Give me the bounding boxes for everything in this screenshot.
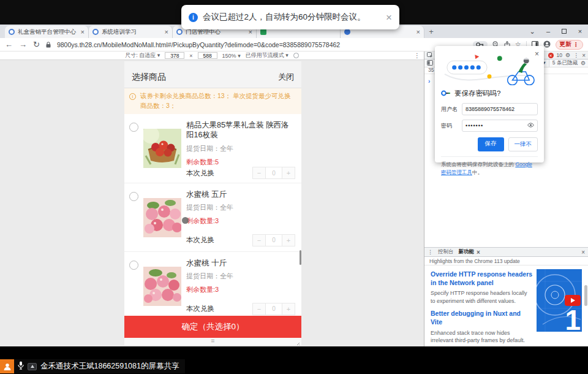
window-close-button[interactable]: × bbox=[572, 28, 588, 35]
console-sidebar-icon[interactable] bbox=[427, 60, 433, 67]
throttling-dropdown[interactable]: 已停用节流模式 ▾ bbox=[246, 52, 288, 59]
close-modal-button[interactable]: 关闭 bbox=[278, 72, 294, 83]
screen-share-banner: 金禾通技术王斌18662591081的屏幕共享 bbox=[0, 359, 185, 373]
quantity-stepper: − 0 + bbox=[252, 234, 295, 246]
forward-icon[interactable]: → bbox=[19, 40, 27, 49]
pickup-date: 提货日期：全年 bbox=[186, 203, 295, 212]
hidden-messages-label[interactable]: 5 条已隐藏 bbox=[552, 59, 578, 67]
username-field[interactable]: 8385889075578462 bbox=[462, 103, 538, 115]
product-radio[interactable] bbox=[129, 192, 138, 201]
quantity-stepper: − 0 + bbox=[252, 167, 295, 179]
inspect-element-icon[interactable] bbox=[427, 50, 433, 61]
rotate-viewport-icon[interactable] bbox=[293, 53, 299, 58]
chrome-113-video-thumbnail[interactable]: 1 bbox=[537, 269, 582, 332]
devtools-kebab-icon[interactable]: ⋮ bbox=[573, 52, 579, 58]
tab-favicon bbox=[9, 29, 15, 35]
new-tab-button[interactable]: + bbox=[424, 27, 438, 36]
remaining-qty: 剩余数量:3 bbox=[186, 285, 295, 294]
qty-minus-button[interactable]: − bbox=[252, 303, 266, 315]
tab-whats-new[interactable]: 新功能 × bbox=[459, 248, 480, 256]
profile-avatar-icon[interactable] bbox=[543, 39, 551, 50]
browser-menu-kebab-icon: ⋮ bbox=[573, 41, 579, 48]
devtools-settings-gear-icon[interactable]: ⚙ bbox=[565, 52, 570, 58]
qty-value[interactable]: 0 bbox=[266, 303, 282, 315]
password-field[interactable]: ••••••• bbox=[462, 120, 538, 132]
product-name: 精品大果85苹果礼盒装 陕西洛阳16枚装 bbox=[186, 120, 295, 141]
qty-plus-button[interactable]: + bbox=[282, 167, 295, 179]
pickup-date: 提货日期：全年 bbox=[186, 144, 295, 153]
qty-minus-button[interactable]: − bbox=[252, 167, 266, 179]
qty-minus-button[interactable]: − bbox=[252, 234, 266, 246]
info-icon: i bbox=[189, 13, 198, 22]
tab-favicon bbox=[176, 29, 183, 35]
whats-new-item-title[interactable]: Override HTTP response headers in the Ne… bbox=[431, 270, 533, 287]
presenter-avatar-icon bbox=[0, 359, 14, 373]
tab-close-icon[interactable]: × bbox=[81, 28, 85, 36]
viewport-height-input[interactable] bbox=[198, 52, 217, 59]
whats-new-item-title[interactable]: Better debugging in Nuxt and Vite bbox=[431, 310, 533, 326]
drawer-kebab-icon[interactable]: ⋮ bbox=[428, 249, 433, 255]
whats-new-header: Highlights from the Chrome 113 update bbox=[424, 257, 588, 265]
tab-favicon bbox=[344, 29, 350, 35]
show-password-eye-icon[interactable] bbox=[527, 123, 534, 129]
whats-new-content: Override HTTP response headers in the Ne… bbox=[424, 265, 588, 346]
tab-training[interactable]: 系统培训学习 × bbox=[89, 26, 173, 38]
tab-search-icon[interactable]: ⌄ bbox=[524, 28, 540, 36]
device-toolbar-kebab-icon[interactable]: ⋮ bbox=[414, 52, 420, 59]
tab-close-icon[interactable]: × bbox=[417, 28, 420, 36]
tab-close-icon[interactable]: × bbox=[477, 249, 480, 256]
whats-new-drawer: ⋮ 控制台 新功能 × × Highlights from the Chrome… bbox=[424, 247, 588, 346]
reload-icon[interactable]: ↻ bbox=[33, 40, 40, 49]
tab-label: 礼盒营销平台管理中心 bbox=[18, 28, 78, 36]
error-count-icon[interactable]: ✕ bbox=[548, 53, 554, 58]
device-size-dropdown[interactable]: 尺寸: 自适应 ▾ bbox=[125, 52, 160, 59]
presenter-cursor-indicator bbox=[182, 217, 189, 224]
toast-close-icon[interactable]: × bbox=[386, 12, 392, 23]
info-icon: i bbox=[129, 93, 136, 100]
tab-console[interactable]: 控制台 bbox=[438, 248, 454, 256]
console-settings-gear-icon[interactable]: ⚙ bbox=[581, 60, 586, 66]
toast-message: 会议已超过2人，自动转为60分钟限时会议。 bbox=[203, 12, 366, 23]
drag-handle-icon[interactable]: = bbox=[211, 338, 215, 345]
exchange-label: 本次兑换 bbox=[186, 235, 214, 245]
shared-screen: 礼盒营销平台管理中心 × 系统培训学习 × 门店管理中心 × bbox=[0, 0, 588, 374]
save-button[interactable]: 保存 bbox=[478, 137, 504, 151]
google-key-icon bbox=[441, 88, 451, 99]
devtools-close-icon[interactable]: × bbox=[582, 52, 586, 59]
lock-icon[interactable] bbox=[46, 42, 51, 48]
maximize-button[interactable] bbox=[556, 28, 572, 35]
microphone-icon[interactable] bbox=[18, 361, 24, 372]
error-count[interactable]: 10 bbox=[557, 52, 562, 58]
resize-corner-icon[interactable] bbox=[295, 338, 300, 345]
screen-share-label: 金禾通技术王斌18662591081的屏幕共享 bbox=[40, 361, 179, 372]
minimize-button[interactable]: – bbox=[540, 28, 556, 35]
qty-value[interactable]: 0 bbox=[266, 234, 282, 246]
product-radio[interactable] bbox=[129, 261, 138, 270]
list-scrollbar-thumb[interactable] bbox=[300, 250, 301, 265]
url-field[interactable]: 9800ys.th28.cn/MobileModNoMall.html#/Pic… bbox=[57, 41, 467, 48]
viewport-width-input[interactable] bbox=[165, 52, 184, 59]
qty-plus-button[interactable]: + bbox=[282, 303, 295, 315]
tab-close-icon[interactable]: × bbox=[165, 28, 168, 36]
qty-plus-button[interactable]: + bbox=[282, 234, 295, 246]
product-name: 水蜜桃 十斤 bbox=[186, 258, 295, 269]
qty-value[interactable]: 0 bbox=[266, 167, 282, 179]
update-chrome-button[interactable]: 更新 ⋮ bbox=[556, 40, 584, 50]
tab-gift-platform[interactable]: 礼盒营销平台管理中心 × bbox=[5, 26, 89, 38]
back-icon[interactable]: ← bbox=[5, 40, 13, 49]
device-zoom-dropdown[interactable]: 150% ▾ bbox=[222, 53, 241, 59]
viewport-footer: = bbox=[124, 338, 301, 345]
tab-favicon bbox=[260, 29, 266, 35]
product-row-apple-giftbox: 精品大果85苹果礼盒装 陕西洛阳16枚装 提货日期：全年 剩余数量:5 本次兑换… bbox=[124, 114, 301, 183]
bottom-black-band: 金禾通技术王斌18662591081的屏幕共享 bbox=[0, 346, 588, 374]
drawer-scrollbar-thumb[interactable] bbox=[584, 285, 587, 306]
product-radio[interactable] bbox=[129, 123, 138, 132]
mobile-app-select-product: 选择商品 关闭 i 该券卡剩余兑换商品总数：13； 单次提货最少可兑换商品数：3… bbox=[124, 61, 301, 345]
product-row-peach-10: 水蜜桃 十斤 提货日期：全年 剩余数量:3 本次兑换 − 0 + bbox=[124, 251, 301, 316]
exchange-label: 本次兑换 bbox=[186, 304, 214, 313]
product-row-peach-5: 水蜜桃 五斤 提货日期：全年 剩余数量:3 本次兑换 − 0 + bbox=[124, 183, 301, 251]
dialog-close-icon[interactable]: × bbox=[535, 50, 539, 58]
never-button[interactable]: 一律不 bbox=[508, 137, 538, 151]
drawer-close-icon[interactable]: × bbox=[581, 249, 585, 256]
confirm-button[interactable]: 确定（共选择0） bbox=[124, 316, 301, 338]
